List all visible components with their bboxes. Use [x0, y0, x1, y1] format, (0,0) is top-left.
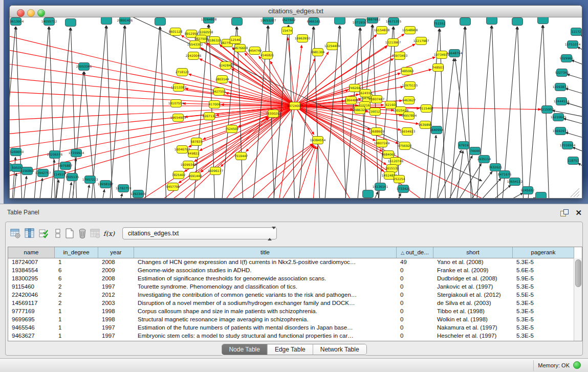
column-header-pagerank[interactable]: pagerank — [513, 247, 574, 258]
cell-in_degree[interactable]: 2 — [55, 299, 98, 307]
cell-pagerank[interactable]: 5.3E-5 — [513, 299, 574, 307]
table-row[interactable]: 1938455462009Genome-wide association stu… — [8, 266, 574, 274]
cell-pagerank[interactable]: 5.3E-5 — [513, 258, 574, 266]
cell-out_degree[interactable]: 49 — [397, 258, 433, 266]
import-table-icon[interactable] — [89, 227, 101, 239]
column-header-out-de-[interactable]: △out_de... — [397, 247, 433, 258]
cell-out_degree[interactable]: 0 — [397, 315, 433, 323]
cell-name[interactable]: 19384554 — [8, 266, 55, 274]
cell-title[interactable]: Tourette syndrome. Phenomenology and cla… — [134, 282, 397, 291]
cell-year[interactable]: 2008 — [98, 258, 134, 266]
graph-edge[interactable] — [106, 26, 113, 198]
table-settings-icon[interactable] — [9, 227, 21, 239]
graph-node[interactable] — [335, 17, 345, 25]
cell-name[interactable]: 18300295 — [8, 274, 55, 282]
cell-pagerank[interactable]: 5.9E-5 — [513, 274, 574, 282]
graph-edge[interactable] — [567, 103, 582, 110]
cell-out_degree[interactable]: 0 — [397, 307, 433, 315]
graph-edge[interactable] — [259, 145, 314, 198]
cell-pagerank[interactable]: 5.6E-5 — [513, 266, 574, 274]
cell-short[interactable]: Tibbo et al. (1998) — [433, 307, 513, 315]
cell-in_degree[interactable]: 1 — [55, 323, 98, 332]
cell-pagerank[interactable]: 5.5E-5 — [513, 291, 574, 299]
window-titlebar[interactable]: citations_edges.txt — [10, 6, 582, 17]
graph-node[interactable] — [155, 18, 166, 26]
table-row[interactable]: 969969511998Structural magnetic resonanc… — [8, 315, 574, 323]
graph-edge[interactable] — [517, 27, 524, 198]
cell-year[interactable]: 1998 — [98, 315, 134, 323]
table-row[interactable]: 1456911722003Disruption of a novel membe… — [8, 299, 574, 307]
graph-edge[interactable] — [429, 135, 436, 198]
tab-network-table[interactable]: Network Table — [313, 344, 366, 355]
graph-node[interactable] — [232, 18, 243, 26]
graph-edge[interactable] — [145, 27, 160, 198]
cell-year[interactable]: 1997 — [98, 282, 134, 291]
column-header-title[interactable]: title — [134, 247, 397, 258]
graph-edge[interactable] — [295, 106, 382, 151]
graph-node[interactable] — [10, 164, 12, 171]
cell-title[interactable]: Genome-wide association studies in ADHD. — [134, 266, 397, 274]
graph-edge[interactable] — [188, 74, 295, 106]
graph-node[interactable] — [363, 190, 374, 198]
cell-name[interactable]: 22420046 — [8, 291, 55, 299]
cell-short[interactable]: Hescheler et al. (1997) — [433, 332, 513, 340]
graph-edge[interactable] — [68, 182, 72, 198]
cell-in_degree[interactable]: 6 — [55, 266, 98, 274]
cell-out_degree[interactable]: 0 — [397, 274, 433, 282]
cell-title[interactable]: Investigating the contribution of common… — [134, 291, 397, 299]
cell-name[interactable]: 18724007 — [8, 258, 55, 266]
table-row[interactable]: 946362711997Embryonic stem cells: a mode… — [8, 332, 574, 340]
cell-year[interactable]: 1997 — [98, 332, 134, 340]
cell-title[interactable]: Disruption of a novel member of a sodium… — [134, 299, 397, 307]
select-all-rows-icon[interactable] — [37, 227, 50, 239]
graph-node[interactable] — [512, 18, 523, 26]
cell-short[interactable]: Stergiakouli et al. (2012) — [433, 291, 513, 299]
unselect-rows-icon[interactable] — [52, 227, 64, 239]
graph-edge[interactable] — [125, 26, 131, 198]
cell-year[interactable]: 2003 — [98, 299, 134, 307]
graph-edge[interactable] — [183, 103, 295, 106]
network-canvas[interactable]: 1861300414055712208914061226480810653287… — [10, 17, 582, 198]
table-row[interactable]: 2242004622012Investigating the contribut… — [8, 291, 574, 299]
cell-name[interactable]: 9699695 — [8, 315, 55, 323]
graph-node[interactable] — [536, 192, 547, 199]
cell-title[interactable]: Changes of HCN gene expression and I(f) … — [134, 258, 397, 266]
graph-edge[interactable] — [565, 133, 582, 139]
cell-pagerank[interactable]: 5.3E-5 — [513, 307, 574, 315]
cell-out_degree[interactable]: 0 — [397, 323, 433, 332]
cell-title[interactable]: Corpus callosum shape and size in male p… — [134, 307, 397, 315]
memory-status[interactable]: Memory: OK — [538, 361, 581, 369]
cell-year[interactable]: 2012 — [98, 291, 134, 299]
cell-out_degree[interactable]: 0 — [397, 332, 433, 340]
cell-pagerank[interactable]: 5.3E-5 — [513, 323, 574, 332]
cell-title[interactable]: Estimation of significance thresholds fo… — [134, 274, 397, 282]
graph-edge[interactable] — [492, 26, 498, 198]
cell-in_degree[interactable]: 1 — [55, 332, 98, 340]
scrollbar-thumb[interactable] — [575, 259, 581, 287]
cell-year[interactable]: 2008 — [98, 274, 134, 282]
show-columns-icon[interactable] — [24, 227, 36, 239]
table-row[interactable]: 1830029562008Estimation of significance … — [8, 274, 574, 282]
window-resize-grip[interactable] — [571, 188, 579, 197]
float-window-icon[interactable] — [560, 209, 569, 217]
column-header-name[interactable]: name — [8, 247, 55, 258]
cell-short[interactable]: Franke et al. (2009) — [433, 266, 513, 274]
graph-edge[interactable] — [465, 27, 471, 198]
cell-in_degree[interactable]: 6 — [55, 274, 98, 282]
graph-edge[interactable] — [101, 189, 104, 198]
cell-pagerank[interactable]: 5.3E-5 — [513, 332, 574, 340]
graph-edge[interactable] — [394, 193, 401, 198]
cell-title[interactable]: Estimation of the future numbers of pati… — [134, 323, 397, 332]
cell-year[interactable]: 2009 — [98, 266, 134, 274]
cell-year[interactable]: 1998 — [98, 307, 134, 315]
graph-edge[interactable] — [71, 28, 77, 198]
cell-out_degree[interactable]: 0 — [397, 282, 433, 291]
graph-edge[interactable] — [39, 178, 42, 198]
cell-in_degree[interactable]: 2 — [55, 282, 98, 291]
graph-edge[interactable] — [295, 58, 315, 106]
cell-name[interactable]: 9465546 — [8, 323, 55, 332]
cell-short[interactable]: de Silva et al. (2003) — [433, 299, 513, 307]
graph-edge[interactable] — [528, 25, 542, 198]
cell-name[interactable]: 9463627 — [8, 332, 55, 340]
graph-edge[interactable] — [231, 69, 295, 106]
